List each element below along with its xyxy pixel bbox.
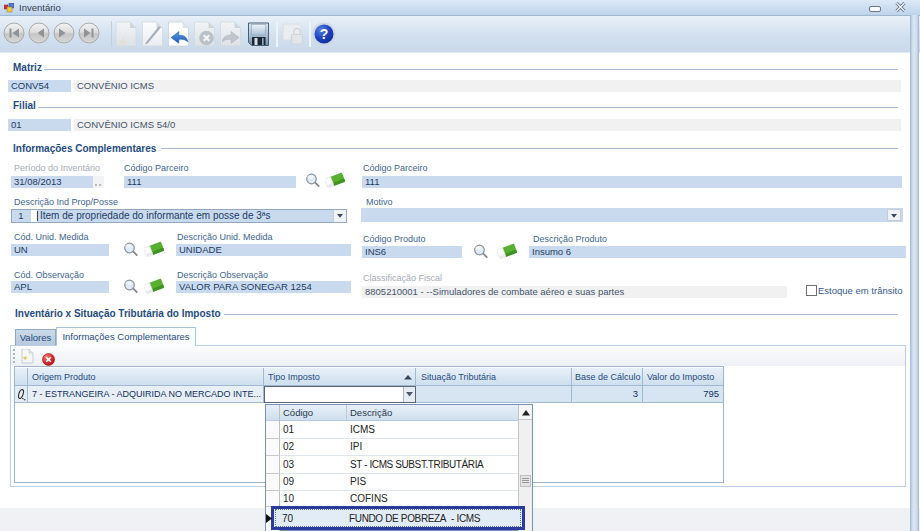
- svg-text:?: ?: [320, 26, 329, 42]
